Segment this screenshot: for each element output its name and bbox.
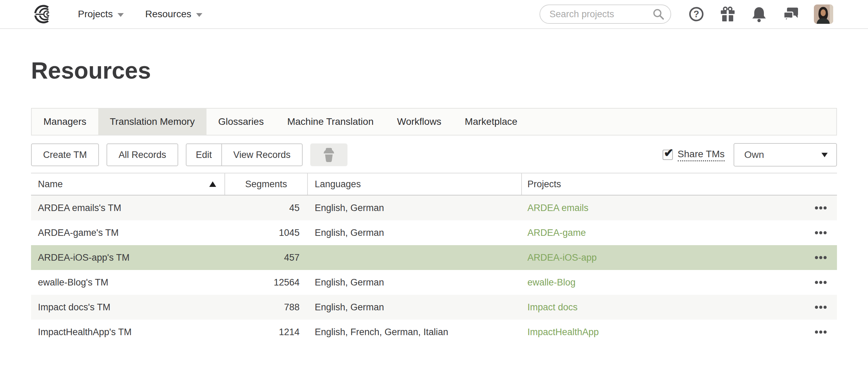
- row-menu-button[interactable]: [815, 279, 827, 286]
- tm-name: ARDEA-iOS-app's TM: [31, 252, 225, 263]
- tm-name: ARDEA-game's TM: [31, 228, 225, 238]
- tab-machine-translation[interactable]: Machine Translation: [275, 109, 385, 135]
- row-menu-button[interactable]: [815, 328, 827, 336]
- row-menu-button[interactable]: [815, 254, 827, 261]
- ellipsis-icon: [815, 330, 827, 334]
- tm-projects-cell: ImpactHealthApp: [522, 327, 837, 338]
- column-header-name-label: Name: [38, 179, 63, 190]
- column-header-segments[interactable]: Segments: [225, 173, 308, 195]
- tm-languages: English, German: [308, 277, 522, 288]
- tm-segments: 12564: [225, 277, 308, 288]
- row-menu-button[interactable]: [815, 303, 827, 311]
- project-link[interactable]: ARDEA emails: [527, 203, 588, 213]
- delete-tm-button[interactable]: [310, 143, 347, 166]
- tab-glossaries[interactable]: Glossaries: [206, 109, 275, 135]
- ellipsis-icon: [815, 256, 827, 259]
- content: Resources Managers Translation Memory Gl…: [0, 59, 868, 344]
- toolbar: Create TM All Records Edit View Records …: [31, 143, 837, 167]
- chat-icon[interactable]: [782, 6, 799, 22]
- tab-translation-memory[interactable]: Translation Memory: [98, 109, 206, 135]
- ellipsis-icon: [815, 281, 827, 284]
- table-row[interactable]: ewalle-Blog's TM 12564 English, German e…: [31, 270, 837, 295]
- tm-name: ewalle-Blog's TM: [31, 277, 225, 288]
- project-link[interactable]: ARDEA-iOS-app: [527, 252, 597, 263]
- table-row[interactable]: ImpactHealthApp's TM 1214 English, Frenc…: [31, 320, 837, 344]
- table-row[interactable]: ARDEA emails's TM 45 English, German ARD…: [31, 195, 837, 220]
- column-header-projects-label: Projects: [527, 179, 561, 190]
- table-row[interactable]: ARDEA-iOS-app's TM 457 ARDEA-iOS-app: [31, 245, 837, 270]
- share-tms-label[interactable]: Share TMs: [678, 149, 725, 161]
- nav-projects[interactable]: Projects: [78, 9, 124, 20]
- ellipsis-icon: [815, 305, 827, 309]
- topbar: Projects Resources ?: [0, 0, 868, 29]
- tm-projects-cell: ARDEA-game: [522, 228, 837, 238]
- nav-resources-label: Resources: [145, 9, 191, 20]
- search-input[interactable]: [549, 9, 653, 20]
- gift-icon[interactable]: [719, 6, 736, 22]
- edit-button[interactable]: Edit: [186, 144, 222, 166]
- tm-languages: English, German: [308, 228, 522, 238]
- bell-icon[interactable]: [751, 6, 767, 22]
- svg-text:?: ?: [694, 9, 699, 19]
- project-link[interactable]: ARDEA-game: [527, 228, 586, 238]
- row-menu-button[interactable]: [815, 204, 827, 212]
- tm-projects-cell: ewalle-Blog: [522, 277, 837, 288]
- tm-segments: 1045: [225, 228, 308, 238]
- tm-languages: English, German: [308, 203, 522, 213]
- column-header-name[interactable]: Name: [31, 173, 225, 195]
- all-records-button[interactable]: All Records: [107, 143, 178, 166]
- tab-label: Managers: [43, 116, 87, 127]
- share-tms-group: ✔ Share TMs Own: [663, 143, 837, 167]
- create-tm-button[interactable]: Create TM: [31, 143, 99, 166]
- tm-segments: 45: [225, 203, 308, 213]
- project-link[interactable]: ewalle-Blog: [527, 277, 576, 288]
- search-icon[interactable]: [653, 8, 664, 20]
- share-tms-checkbox[interactable]: ✔: [663, 150, 673, 160]
- tm-languages: English, French, German, Italian: [308, 327, 522, 338]
- nav-resources[interactable]: Resources: [145, 9, 202, 20]
- chevron-down-icon: [118, 13, 124, 17]
- tab-label: Machine Translation: [287, 116, 374, 127]
- edit-view-button-group: Edit View Records: [186, 143, 303, 166]
- user-avatar[interactable]: [814, 4, 833, 24]
- nav-projects-label: Projects: [78, 9, 113, 20]
- project-link[interactable]: ImpactHealthApp: [527, 327, 599, 338]
- tm-name: ARDEA emails's TM: [31, 203, 225, 213]
- table-header: Name Segments Languages Projects: [31, 173, 837, 195]
- tm-scope-value: Own: [744, 149, 764, 160]
- row-menu-button[interactable]: [815, 229, 827, 237]
- table-row[interactable]: ARDEA-game's TM 1045 English, German ARD…: [31, 220, 837, 245]
- tm-scope-dropdown[interactable]: Own: [734, 143, 837, 167]
- tab-marketplace[interactable]: Marketplace: [453, 109, 529, 135]
- ellipsis-icon: [815, 206, 827, 210]
- project-link[interactable]: Impact docs: [527, 302, 578, 313]
- table-body: ARDEA emails's TM 45 English, German ARD…: [31, 195, 837, 344]
- tab-managers[interactable]: Managers: [32, 109, 98, 135]
- checkmark-icon: ✔: [664, 146, 674, 160]
- topbar-icons: ?: [688, 6, 799, 22]
- tm-projects-cell: Impact docs: [522, 302, 837, 313]
- search-box[interactable]: [539, 4, 671, 24]
- app-logo-icon[interactable]: [33, 4, 56, 24]
- tm-projects-cell: ARDEA-iOS-app: [522, 252, 837, 263]
- column-header-languages[interactable]: Languages: [308, 173, 522, 195]
- tm-projects-cell: ARDEA emails: [522, 203, 837, 213]
- page-title: Resources: [31, 59, 837, 82]
- sort-asc-icon: [209, 181, 216, 187]
- tm-name: Impact docs's TM: [31, 302, 225, 313]
- ellipsis-icon: [815, 231, 827, 234]
- main-nav: Projects Resources: [78, 9, 202, 20]
- tm-table: Name Segments Languages Projects ARDEA e…: [31, 173, 837, 344]
- column-header-languages-label: Languages: [315, 179, 361, 190]
- column-header-projects[interactable]: Projects: [522, 173, 837, 195]
- tm-segments: 457: [225, 252, 308, 263]
- tab-workflows[interactable]: Workflows: [385, 109, 453, 135]
- tm-name: ImpactHealthApp's TM: [31, 327, 225, 338]
- tm-segments: 1214: [225, 327, 308, 338]
- table-row[interactable]: Impact docs's TM 788 English, German Imp…: [31, 295, 837, 320]
- tab-label: Glossaries: [218, 116, 264, 127]
- tm-segments: 788: [225, 302, 308, 313]
- tab-label: Marketplace: [465, 116, 517, 127]
- view-records-button[interactable]: View Records: [222, 144, 302, 166]
- help-icon[interactable]: ?: [688, 6, 704, 22]
